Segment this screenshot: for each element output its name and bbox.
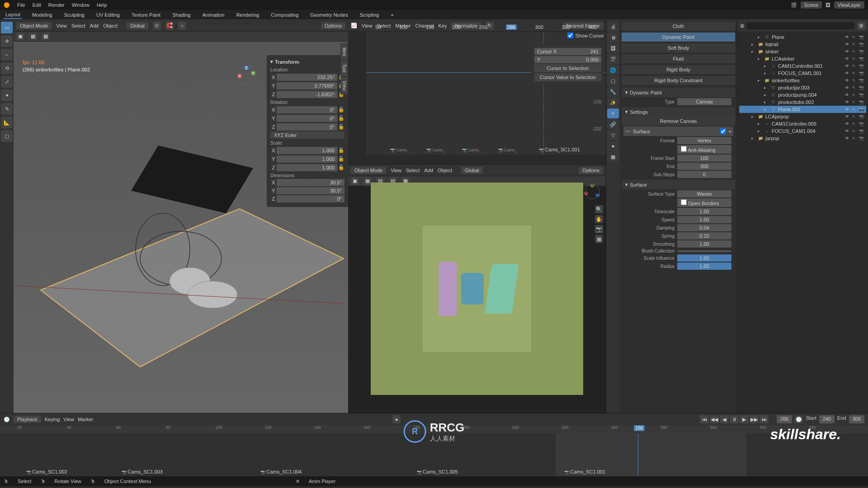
camera-select-menu[interactable]: Select	[406, 168, 420, 173]
prop-tab-object[interactable]: ▢	[607, 76, 619, 86]
start-frame[interactable]: 240	[819, 415, 835, 423]
cursor-value-to-selection[interactable]: Cursor Value to Selection	[534, 73, 601, 81]
remove-canvas-button[interactable]: Remove Canvas	[622, 117, 735, 126]
frame-end-field[interactable]: 300	[677, 163, 731, 170]
tool-rotate[interactable]: ⟲	[1, 62, 13, 74]
prop-tab-texture[interactable]: ▦	[607, 152, 619, 162]
outliner-item[interactable]: ▸▽productjar.003👁↖📷	[739, 84, 866, 91]
outliner-item[interactable]: ▸⬦FOCUS_CAM1.004👁↖📷	[739, 127, 866, 135]
prop-tab-scene[interactable]: 🎬	[607, 54, 619, 64]
outliner-item[interactable]: ▸▽Plane.002👁↖📷	[739, 106, 866, 113]
eye-icon[interactable]: 👁	[844, 84, 850, 91]
outliner-item[interactable]: ▸▽Plane👁↖📷	[739, 33, 866, 41]
eye-icon[interactable]: 👁	[844, 56, 850, 62]
perspective-icon[interactable]: ▦	[595, 235, 603, 243]
prop-tab-constraints[interactable]: 🔗	[607, 119, 619, 129]
playhead[interactable]: 266	[634, 425, 645, 431]
eye-icon[interactable]: 👁	[844, 135, 850, 141]
timescale-field[interactable]: 1.00	[677, 208, 731, 215]
prop-tab-particles[interactable]: ✨	[607, 98, 619, 108]
loc-y[interactable]: 0.77699°	[277, 82, 337, 89]
format-select[interactable]: Vertex	[677, 137, 731, 144]
rotation-mode[interactable]: XYZ Euler	[270, 131, 344, 139]
tool-measure[interactable]: 📐	[1, 117, 13, 128]
rot-z[interactable]: 0°	[277, 123, 337, 131]
viewlayer-selector[interactable]: ViewLayer	[834, 1, 864, 9]
tab-modeling[interactable]: Modeling	[30, 11, 54, 19]
camera-icon[interactable]: 📷	[595, 225, 603, 233]
outliner-item[interactable]: ▸📁liqtrail👁↖📷	[739, 41, 866, 48]
menu-window[interactable]: Window	[72, 2, 90, 8]
eye-icon[interactable]: 👁	[844, 63, 850, 69]
tab-rendering[interactable]: Rendering	[234, 11, 261, 19]
eye-icon[interactable]: 👁	[844, 48, 850, 55]
physics-rbconstraint[interactable]: Rigid Body Constraint	[622, 76, 735, 85]
tree-expand-icon[interactable]: ▸	[749, 41, 755, 47]
marker-2[interactable]: 📷 Cams_SC1.003	[122, 469, 163, 474]
eye-icon[interactable]: 👁	[844, 99, 850, 105]
lock-icon[interactable]: 🔓	[337, 146, 344, 154]
viewport-3d[interactable]: fps: 11.68 (266) sinkerbottles | Plane.0…	[14, 42, 348, 413]
tab-layout[interactable]: Layout	[4, 11, 22, 19]
render-icon[interactable]: 📷	[858, 121, 864, 127]
selectable-icon[interactable]: ↖	[851, 113, 857, 120]
graph-editor[interactable]: 📈 View Select Marker Channel Key Normali…	[348, 20, 606, 164]
tree-expand-icon[interactable]: ▸	[755, 34, 762, 40]
menu-file[interactable]: File	[17, 2, 25, 8]
tool-select-box[interactable]: ▭	[1, 22, 13, 33]
eye-icon[interactable]: 👁	[844, 106, 850, 113]
menu-render[interactable]: Render	[48, 2, 65, 8]
physics-cloth[interactable]: Cloth	[622, 22, 735, 31]
tab-shading[interactable]: Shading	[170, 11, 192, 19]
rot-x[interactable]: 0°	[277, 106, 337, 113]
menu-object[interactable]: Object	[103, 23, 118, 28]
tree-expand-icon[interactable]: ▸	[749, 135, 755, 141]
selectable-icon[interactable]: ↖	[851, 77, 857, 84]
tool-cursor[interactable]: ✛	[1, 35, 13, 47]
outliner-item[interactable]: ▸📁LCAjarpop👁↖📷	[739, 113, 866, 120]
current-frame[interactable]: 266	[777, 415, 792, 423]
marker-3[interactable]: 📷 Cams_SC1.004	[260, 469, 302, 474]
scene-selector[interactable]: Scene	[801, 1, 822, 9]
outliner-item[interactable]: ▸⬦CAM1Controller.001👁↖📷	[739, 62, 866, 70]
close-icon[interactable]: ✕	[296, 479, 300, 484]
eye-icon[interactable]: 👁	[844, 113, 850, 120]
lock-icon[interactable]: 🔓	[337, 123, 344, 131]
timeline-icon[interactable]: 🕒	[4, 417, 10, 422]
camera-add-menu[interactable]: Add	[425, 168, 434, 173]
selectable-icon[interactable]: ↖	[851, 84, 857, 91]
prop-tab-world[interactable]: 🌐	[607, 65, 619, 75]
rot-y[interactable]: 0°	[277, 115, 337, 122]
timeline-ruler[interactable]: 266 204060801001201401601802002202402602…	[0, 425, 868, 433]
radius-field[interactable]: 1.00	[677, 263, 731, 270]
jump-end[interactable]: ⏭	[760, 415, 769, 423]
lock-icon[interactable]: 🔓	[337, 155, 344, 163]
render-icon[interactable]: 📷	[858, 99, 864, 105]
chevron-down-icon[interactable]: ▾	[625, 109, 628, 115]
tab-compositing[interactable]: Compositing	[269, 11, 300, 19]
auto-key-icon[interactable]: ●	[392, 415, 401, 423]
cursor-to-selection[interactable]: Cursor to Selection	[534, 64, 601, 72]
tree-expand-icon[interactable]: ▸	[755, 77, 762, 84]
outliner-item[interactable]: ▸📁jarpop👁↖📷	[739, 135, 866, 142]
cursor-y-field[interactable]: 0.000	[586, 57, 599, 62]
eye-icon[interactable]: 👁	[844, 34, 850, 40]
menu-edit[interactable]: Edit	[33, 2, 41, 8]
surface-item[interactable]: Surface	[633, 129, 717, 134]
timeline-marker-menu[interactable]: Marker	[78, 417, 93, 422]
render-icon[interactable]: 📷	[858, 77, 864, 84]
render-icon[interactable]: 📷	[858, 56, 864, 62]
lock-icon[interactable]: 🔓	[337, 114, 344, 122]
smoothing-field[interactable]: 1.00	[677, 240, 731, 248]
scl-z[interactable]: 1.000	[277, 164, 337, 171]
tool-addcube[interactable]: ▢	[1, 130, 13, 142]
zoom-icon[interactable]: 🔍	[595, 205, 603, 213]
snap-icon[interactable]: 🧲	[165, 22, 174, 30]
show-cursor-checkbox[interactable]	[567, 33, 573, 38]
menu-add[interactable]: Add	[90, 23, 99, 28]
selectable-icon[interactable]: ↖	[851, 106, 857, 113]
substeps-field[interactable]: 0	[677, 171, 731, 178]
outliner-search[interactable]	[747, 22, 854, 29]
brush-collection-field[interactable]	[677, 250, 731, 252]
pause[interactable]: ⏸	[730, 415, 739, 423]
